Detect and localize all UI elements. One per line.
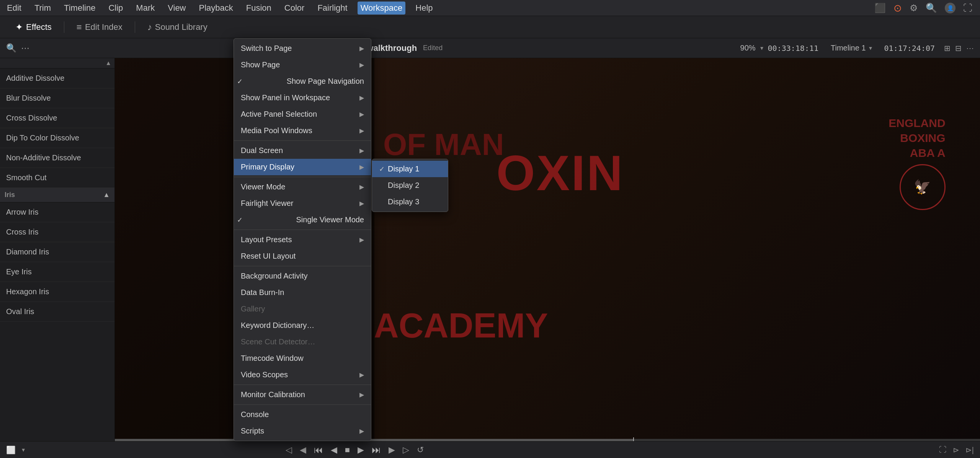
menu-item-switch-to-page[interactable]: Switch to Page ▶ bbox=[234, 40, 371, 57]
rewind-btn[interactable]: ◀ bbox=[331, 445, 337, 455]
menu-item-show-panel[interactable]: Show Panel in Workspace ▶ bbox=[234, 90, 371, 106]
single-viewer-label: Single Viewer Mode bbox=[296, 215, 364, 224]
menu-fusion[interactable]: Fusion bbox=[243, 2, 274, 15]
effect-cross-dissolve[interactable]: Cross Dissolve bbox=[0, 108, 114, 128]
menu-item-timecode-window[interactable]: Timecode Window bbox=[234, 350, 371, 367]
iris-collapse-btn[interactable]: ▲ bbox=[103, 191, 110, 199]
display-1-label: Display 1 bbox=[388, 165, 419, 173]
menu-item-layout-presets[interactable]: Layout Presets ▶ bbox=[234, 231, 371, 248]
show-panel-label: Show Panel in Workspace bbox=[241, 93, 330, 102]
stop-btn[interactable]: ■ bbox=[345, 445, 350, 455]
menu-help[interactable]: Help bbox=[412, 2, 436, 15]
menu-edit[interactable]: Edit bbox=[4, 2, 24, 15]
search-button[interactable]: 🔍 bbox=[6, 43, 16, 53]
step-back-btn[interactable]: ◀ bbox=[300, 445, 306, 455]
effect-cross-iris[interactable]: Cross Iris bbox=[0, 222, 114, 242]
effect-additive-dissolve[interactable]: Additive Dissolve bbox=[0, 68, 114, 88]
effect-dip-to-color-dissolve[interactable]: Dip To Color Dissolve bbox=[0, 128, 114, 148]
effect-eye-iris[interactable]: Eye Iris bbox=[0, 262, 114, 282]
next-frame-btn[interactable]: ▷ bbox=[403, 445, 409, 455]
zoom-label: 90% bbox=[740, 44, 756, 52]
menu-trim[interactable]: Trim bbox=[31, 2, 54, 15]
menu-fairlight[interactable]: Fairlight bbox=[314, 2, 350, 15]
scroll-up-btn[interactable]: ▲ bbox=[105, 60, 111, 67]
overflow-menu-icon[interactable]: ⋯ bbox=[966, 44, 974, 53]
menu-item-show-page-navigation[interactable]: ✓ Show Page Navigation bbox=[234, 73, 371, 90]
menu-timeline[interactable]: Timeline bbox=[61, 2, 98, 15]
effect-blur-dissolve[interactable]: Blur Dissolve bbox=[0, 88, 114, 108]
monitor-icon[interactable]: ⬛ bbox=[874, 3, 886, 13]
menu-item-console[interactable]: Console bbox=[234, 406, 371, 423]
menu-item-reset-ui[interactable]: Reset UI Layout bbox=[234, 248, 371, 264]
background-activity-label: Background Activity bbox=[241, 272, 308, 280]
step-forward-btn[interactable]: ▶ bbox=[389, 445, 395, 455]
play-btn[interactable]: ▶ bbox=[358, 445, 364, 455]
next-clip-btn[interactable]: ⊳ bbox=[953, 445, 959, 455]
iris-section-header[interactable]: Iris ▲ bbox=[0, 188, 114, 202]
effect-hexagon-iris[interactable]: Hexagon Iris bbox=[0, 282, 114, 302]
submenu-display-1[interactable]: ✓ Display 1 bbox=[372, 161, 448, 177]
divider-3 bbox=[234, 230, 371, 230]
fullscreen-viewer-btn[interactable]: ⛶ bbox=[939, 445, 947, 454]
zoom-dropdown[interactable]: ▾ bbox=[760, 44, 763, 52]
academy-text: ACADEMY bbox=[374, 306, 548, 346]
effect-oval-iris[interactable]: Oval Iris bbox=[0, 302, 114, 322]
menu-item-data-burn-in[interactable]: Data Burn-In bbox=[234, 284, 371, 301]
tab-effects[interactable]: ✦ Effects bbox=[6, 19, 61, 36]
console-label: Console bbox=[241, 410, 269, 419]
show-panel-arrow: ▶ bbox=[359, 94, 364, 101]
menu-item-viewer-mode[interactable]: Viewer Mode ▶ bbox=[234, 179, 371, 195]
menu-playback[interactable]: Playback bbox=[196, 2, 236, 15]
search-icon[interactable]: 🔍 bbox=[926, 3, 937, 13]
effect-arrow-iris[interactable]: Arrow Iris bbox=[0, 202, 114, 222]
menu-item-show-page[interactable]: Show Page ▶ bbox=[234, 57, 371, 73]
menu-item-background-activity[interactable]: Background Activity bbox=[234, 268, 371, 284]
submenu-display-3[interactable]: ✓ Display 3 bbox=[372, 194, 448, 210]
menu-item-dual-screen[interactable]: Dual Screen ▶ bbox=[234, 142, 371, 159]
secondary-toolbar: 🔍 ⋯ Elements walkthrough Edited 90% ▾ 00… bbox=[0, 38, 980, 58]
prev-frame-btn[interactable]: ◁ bbox=[286, 445, 292, 455]
toolbar-sep-1 bbox=[64, 21, 64, 33]
menu-clip[interactable]: Clip bbox=[105, 2, 126, 15]
menu-item-primary-display[interactable]: Primary Display ▶ ✓ Display 1 ✓ Display … bbox=[234, 159, 371, 175]
end-btn[interactable]: ⊳| bbox=[965, 445, 974, 455]
active-panel-label: Active Panel Selection bbox=[241, 110, 317, 119]
user-icon[interactable]: 👤 bbox=[945, 3, 956, 13]
gallery-label: Gallery bbox=[241, 305, 265, 313]
layout-icon[interactable]: ⊟ bbox=[955, 44, 962, 53]
tab-edit-index-label: Edit Index bbox=[85, 22, 122, 32]
menu-item-single-viewer[interactable]: ✓ Single Viewer Mode bbox=[234, 212, 371, 228]
aspect-ratio-btn[interactable]: ⬜ bbox=[6, 445, 16, 455]
menu-item-video-scopes[interactable]: Video Scopes ▶ bbox=[234, 367, 371, 383]
menu-mark[interactable]: Mark bbox=[133, 2, 158, 15]
menu-view[interactable]: View bbox=[165, 2, 189, 15]
more-options-button[interactable]: ⋯ bbox=[21, 43, 29, 53]
divider-5 bbox=[234, 385, 371, 385]
tab-sound-library[interactable]: ♪ Sound Library bbox=[138, 19, 217, 36]
viewer-mode-arrow: ▶ bbox=[359, 183, 364, 191]
effect-diamond-iris[interactable]: Diamond Iris bbox=[0, 242, 114, 262]
menu-item-keyword-dictionary[interactable]: Keyword Dictionary… bbox=[234, 317, 371, 334]
aspect-dropdown-btn[interactable]: ▾ bbox=[22, 446, 25, 453]
skip-to-end-btn[interactable]: ⏭ bbox=[372, 445, 381, 455]
settings-icon[interactable]: ⚙ bbox=[910, 3, 918, 13]
menu-color[interactable]: Color bbox=[281, 2, 308, 15]
menu-workspace[interactable]: Workspace bbox=[358, 2, 406, 15]
loop-btn[interactable]: ↺ bbox=[417, 445, 424, 455]
effect-non-additive-dissolve[interactable]: Non-Additive Dissolve bbox=[0, 148, 114, 168]
submenu-display-2[interactable]: ✓ Display 2 bbox=[372, 177, 448, 194]
menu-item-monitor-calibration[interactable]: Monitor Calibration ▶ bbox=[234, 386, 371, 403]
tab-edit-index[interactable]: ≡ Edit Index bbox=[67, 19, 132, 36]
timeline-dropdown-icon[interactable]: ▾ bbox=[869, 44, 872, 52]
effect-smooth-cut[interactable]: Smooth Cut bbox=[0, 168, 114, 188]
show-page-nav-check: ✓ bbox=[237, 77, 243, 86]
skip-to-start-btn[interactable]: ⏮ bbox=[314, 445, 323, 455]
davinci-icon[interactable]: ⊙ bbox=[893, 2, 902, 14]
split-view-icon[interactable]: ⊞ bbox=[944, 44, 951, 53]
menu-item-active-panel[interactable]: Active Panel Selection ▶ bbox=[234, 106, 371, 122]
fullscreen-icon[interactable]: ⛶ bbox=[963, 3, 972, 13]
menu-item-fairlight-viewer[interactable]: Fairlight Viewer ▶ bbox=[234, 195, 371, 212]
menu-item-scripts[interactable]: Scripts ▶ bbox=[234, 423, 371, 439]
menu-item-media-pool[interactable]: Media Pool Windows ▶ bbox=[234, 122, 371, 139]
active-panel-arrow: ▶ bbox=[359, 111, 364, 118]
